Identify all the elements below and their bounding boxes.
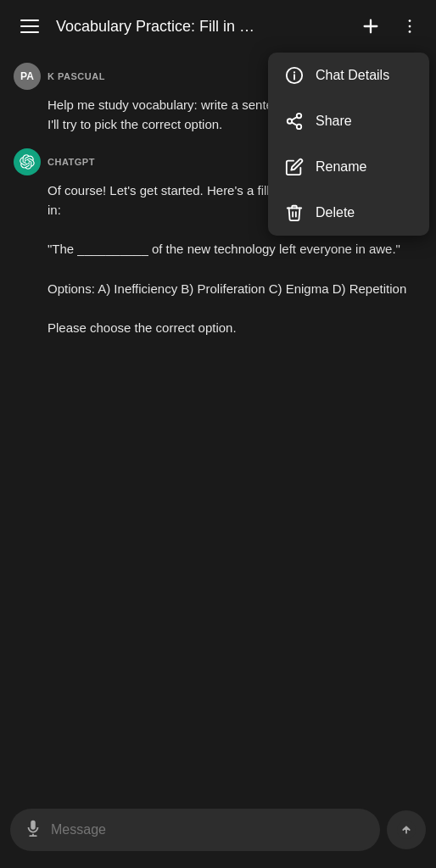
- share-icon: [285, 112, 304, 131]
- rename-icon: [285, 158, 304, 176]
- menu-item-delete[interactable]: Delete: [268, 190, 429, 236]
- dropdown-overlay[interactable]: Chat Details Share: [0, 0, 436, 868]
- menu-item-rename-label: Rename: [316, 159, 366, 175]
- delete-icon: [285, 203, 304, 222]
- svg-line-10: [292, 117, 297, 120]
- svg-line-9: [292, 122, 297, 125]
- menu-item-share[interactable]: Share: [268, 98, 429, 144]
- info-icon: [285, 66, 304, 85]
- menu-item-delete-label: Delete: [316, 205, 355, 220]
- menu-item-chat-details-label: Chat Details: [316, 68, 389, 83]
- dropdown-menu: Chat Details Share: [268, 53, 429, 236]
- menu-item-share-label: Share: [316, 114, 352, 129]
- menu-item-rename[interactable]: Rename: [268, 144, 429, 190]
- menu-item-chat-details[interactable]: Chat Details: [268, 53, 429, 98]
